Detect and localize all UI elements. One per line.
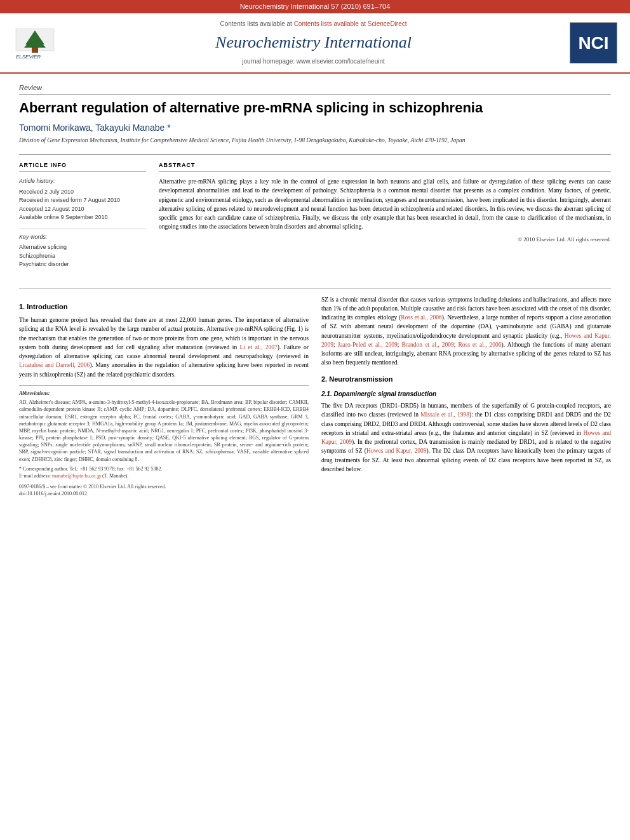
missale-link[interactable]: Missale et al., 1998 [420,411,469,418]
section2-paragraph1: The five DA receptors (DRD1–DRD5) in hum… [321,401,611,474]
left-column: 1. Introduction The human genome project… [19,295,309,498]
abbreviations-heading: Abbreviations: [19,390,309,397]
sciencedirect-line: Contents lists available at Contents lis… [57,20,570,29]
abstract-text: Alternative pre-mRNA splicing plays a ke… [159,177,611,232]
two-column-body: 1. Introduction The human genome project… [19,295,611,498]
svg-rect-3 [32,48,38,53]
article-history-heading: Article history: [19,177,146,185]
journal-title: Neurochemistry International [57,31,570,54]
email-text: E-mail address: manabe@fujita-hu.ac.jp (… [19,472,309,479]
section2-heading: 2. Neurotransmission [321,374,611,385]
right-column: SZ is a chronic mental disorder that cau… [321,295,611,498]
footnote-section: Abbreviations: AD, Alzheimer's disease; … [19,385,309,498]
copyright-text: © 2010 Elsevier Ltd. All rights reserved… [159,236,611,244]
paper-title: Aberrant regulation of alternative pre-m… [19,100,611,116]
nci-logo-box: NCI [570,22,617,63]
info-abstract-section: ARTICLE INFO Article history: Received 2… [19,154,611,275]
svg-text:ELSEVIER: ELSEVIER [16,54,41,60]
elsevier-logo-icon: ELSEVIER [13,25,57,60]
email-link[interactable]: manabe@fujita-hu.ac.jp [52,473,101,479]
journal-header-center: Contents lists available at Contents lis… [57,20,570,65]
section-divider [19,288,611,289]
section1-right-paragraph: SZ is a chronic mental disorder that cau… [321,295,611,368]
section2-subsection1-heading: 2.1. Dopaminergic signal transduction [321,389,611,399]
section1-heading: 1. Introduction [19,302,309,312]
main-content-area: Review Aberrant regulation of alternativ… [0,74,630,507]
howes-kapur-2009b-link[interactable]: Howes and Kapur, 2009 [366,448,427,454]
authors-line: Tomomi Morikawa, Takayuki Manabe * [19,122,611,135]
nci-logo-text: NCI [578,30,608,55]
keywords-heading: Key words: [19,233,146,241]
keywords-list: Alternative splicing Schizophrenia Psych… [19,243,146,269]
issn-text: 0197-0186/$ – see front matter © 2010 El… [19,483,309,497]
corresponding-author-text: * Corresponding author. Tel.: +81 562 93… [19,465,309,472]
journal-header: ELSEVIER Contents lists available at Con… [0,13,630,73]
journal-homepage: journal homepage: www.elsevier.com/locat… [57,57,570,66]
brandon-link[interactable]: Brandon et al., 2009 [401,342,453,348]
journal-homepage-text: journal homepage: www.elsevier.com/locat… [242,58,385,65]
section1-left-paragraph: The human genome project has revealed th… [19,316,309,379]
article-info-heading: ARTICLE INFO [19,161,146,172]
abbreviations-text: AD, Alzheimer's disease; AMPA, α-amino-3… [19,399,309,463]
jaaro-peled-link[interactable]: Jaaro-Peled et al., 2009 [338,342,398,348]
journal-citation-text: Neurochemistry International 57 (2010) 6… [240,3,391,10]
ross-2006b-link[interactable]: Ross et al., 2006 [458,342,501,348]
licatalosi-link[interactable]: Licatalosi and Darnell, 2006 [19,362,90,368]
received-date: Received 2 July 2010 Received in revised… [19,188,146,222]
li-2007-link[interactable]: Li et al., 2007 [240,344,278,350]
article-info-panel: ARTICLE INFO Article history: Received 2… [19,161,146,275]
abstract-panel: ABSTRACT Alternative pre-mRNA splicing p… [159,161,611,275]
abstract-heading: ABSTRACT [159,161,611,172]
nci-logo-area: NCI [570,22,617,63]
ross-2006-link[interactable]: Ross et al., 2006 [401,314,441,321]
elsevier-logo: ELSEVIER [13,25,57,60]
journal-citation-bar: Neurochemistry International 57 (2010) 6… [0,0,630,13]
sciencedirect-link[interactable]: Contents lists available at ScienceDirec… [294,20,407,27]
affiliation-text: Division of Gene Expression Mechanism, I… [19,137,611,145]
section-type-label: Review [19,83,611,95]
howes-kapur-2009-link[interactable]: Howes and Kapur, 2009 [321,430,611,445]
